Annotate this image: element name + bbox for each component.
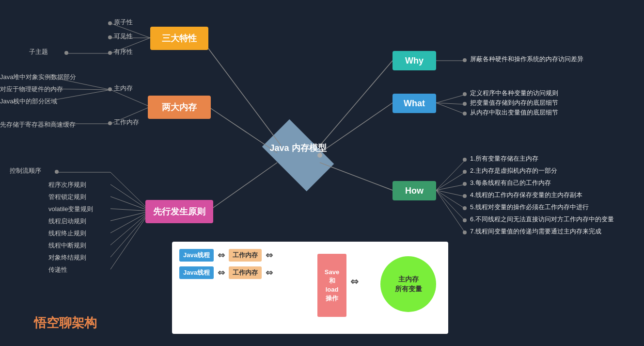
svg-line-35: [436, 190, 465, 221]
svg-line-34: [436, 190, 465, 209]
svg-line-8: [110, 38, 150, 53]
dot-how-4: [463, 206, 467, 210]
dot-zhuti: [64, 51, 68, 55]
svg-line-22: [110, 211, 150, 233]
svg-line-6: [110, 23, 150, 38]
dot-youxuxing: [108, 51, 112, 55]
svg-point-37: [317, 153, 322, 158]
dot-kejianxing: [108, 35, 112, 39]
dot-how-3: [463, 194, 467, 198]
svg-line-1: [208, 107, 277, 153]
san-da-te-box: 三大特性: [150, 27, 208, 50]
svg-line-12: [48, 77, 110, 90]
svg-line-14: [48, 90, 110, 101]
dot-how-0: [463, 158, 467, 162]
dot-how-2: [463, 182, 467, 186]
xian-xing-box: 先行发生原则: [145, 200, 213, 223]
svg-line-28: [436, 103, 465, 104]
svg-line-33: [436, 190, 465, 197]
svg-line-2: [208, 163, 277, 211]
svg-line-10: [110, 90, 150, 107]
dot-what-0: [463, 92, 467, 96]
what-box: What: [393, 94, 436, 113]
svg-line-16: [110, 172, 150, 211]
svg-line-29: [436, 103, 465, 114]
dot-what-2: [463, 112, 467, 115]
dot-yuanzixing: [108, 21, 112, 25]
dot-gongnei: [108, 121, 112, 125]
svg-line-36: [436, 190, 465, 233]
dot-what-1: [463, 102, 467, 106]
svg-line-3: [320, 61, 393, 146]
dot-zhunei: [108, 87, 112, 91]
svg-line-18: [110, 184, 150, 211]
dot-how-5: [463, 218, 467, 222]
svg-line-5: [320, 163, 393, 190]
how-box: How: [393, 181, 436, 200]
dot-how-6: [463, 231, 467, 234]
svg-line-13: [48, 89, 110, 90]
svg-line-11: [110, 107, 150, 124]
why-box: Why: [393, 51, 436, 70]
dot-why: [463, 58, 467, 62]
svg-line-4: [320, 103, 393, 153]
svg-line-24: [110, 211, 150, 257]
svg-line-27: [436, 95, 465, 103]
dot-how-1: [463, 170, 467, 174]
liang-da-nei-cun-box: 两大内存: [148, 96, 211, 119]
dot-kongzhi: [55, 170, 59, 174]
